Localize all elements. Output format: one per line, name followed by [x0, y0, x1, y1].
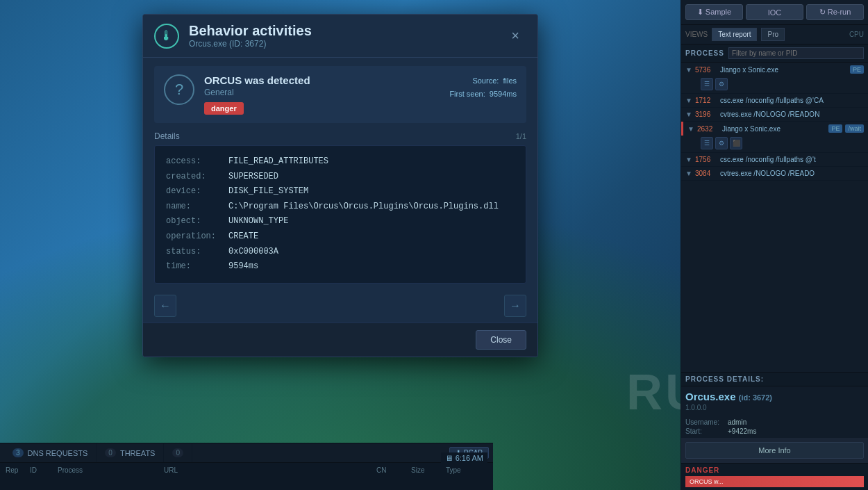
detail-row: device:DISK_FILE_SYSTEM: [166, 184, 515, 199]
proc-name: csc.exe /noconfig /fullpaths @'CA: [720, 97, 864, 104]
detail-row: name:C:\Program Files\Orcus\Orcus.Plugin…: [166, 199, 515, 215]
threats-label: THREATS: [120, 449, 156, 457]
dns-requests-tab[interactable]: 3 DNS REQUESTS: [4, 443, 97, 462]
process-details-header: PROCESS DETAILS:: [681, 372, 868, 386]
process-list-item[interactable]: ▼ 3084 cvtres.exe /NOLOGO /READO: [681, 167, 868, 181]
bottom-tabs: 3 DNS REQUESTS 0 THREATS 0 ⬇ PCAP: [0, 443, 493, 463]
dialog-title-text: Behavior activities Orcus.exe (ID: 3672): [189, 23, 504, 49]
danger-section-label: DANGER: [685, 466, 864, 474]
proc-name: Jiango x Sonic.exe: [720, 66, 847, 74]
danger-badge: danger: [204, 102, 244, 115]
table-header: Rep ID Process URL CN Size Type: [0, 463, 493, 477]
views-bar: VIEWS Text report Pro CPU: [681, 25, 868, 44]
threats-tab[interactable]: 0 THREATS: [97, 443, 164, 462]
start-val: +9422ms: [728, 427, 756, 435]
username-label: Username:: [685, 418, 724, 426]
process-section-label: PROCESS: [685, 49, 724, 57]
clock: 🖥 6:16 AM: [441, 452, 487, 464]
proc-header: ▼ 1756 csc.exe /noconfig /fullpaths @'t: [681, 153, 868, 166]
proc-badge: PE: [828, 124, 842, 133]
proc-expand-arrow[interactable]: ▼: [685, 97, 692, 104]
close-dialog-button[interactable]: Close: [476, 330, 526, 350]
proc-icon-btn[interactable]: ⚙: [715, 78, 728, 90]
col-cn: CN: [376, 466, 411, 474]
process-detail: Orcus.exe (id: 3672) 1.0.0.0: [681, 386, 868, 416]
process-list-item[interactable]: ▼ 1712 csc.exe /noconfig /fullpaths @'CA: [681, 94, 868, 108]
process-list-item[interactable]: ▼ 1756 csc.exe /noconfig /fullpaths @'t: [681, 153, 868, 167]
proc-expand-arrow[interactable]: ▼: [685, 111, 692, 118]
detection-name: ORCUS was detected: [204, 74, 440, 86]
detail-proc-name: Orcus.exe (id: 3672): [685, 391, 864, 402]
proc-icon-btn[interactable]: ⬛: [730, 137, 742, 149]
detail-row: object:UNKNOWN_TYPE: [166, 214, 515, 229]
proc-icon-btn[interactable]: ⚙: [715, 137, 728, 149]
ioc-button[interactable]: IOC: [746, 4, 803, 20]
source-val: files: [503, 76, 517, 85]
detail-key: time:: [166, 259, 228, 275]
detail-val: SUPERSEDED: [228, 170, 278, 185]
details-pagination: 1/1: [516, 132, 526, 140]
text-report-tab[interactable]: Text report: [712, 28, 757, 41]
next-button[interactable]: →: [504, 295, 526, 317]
main-layout: 🌡 Behavior activities Orcus.exe (ID: 367…: [0, 0, 868, 490]
pro-tab[interactable]: Pro: [761, 28, 785, 41]
dialog-title-main: Behavior activities: [189, 23, 504, 39]
details-section: Details 1/1 access:FILE_READ_ATTRIBUTESc…: [154, 131, 526, 284]
proc-icon-btn[interactable]: ☰: [701, 78, 713, 90]
prev-button[interactable]: ←: [154, 295, 176, 317]
detail-proc-id: (id: 3672): [739, 393, 772, 402]
more-info-button[interactable]: More Info: [685, 442, 864, 459]
proc-name: cvtres.exe /NOLOGO /READO: [720, 170, 864, 177]
proc-id: 1756: [695, 156, 717, 163]
detection-info: ORCUS was detected General danger: [204, 74, 440, 115]
process-meta: Username: admin Start: +9422ms: [681, 416, 868, 438]
dialog-close-button[interactable]: ×: [504, 25, 526, 47]
rerun-button[interactable]: ↻ Re-run: [806, 4, 864, 20]
detail-val: FILE_READ_ATTRIBUTES: [228, 154, 328, 170]
start-row: Start: +9422ms: [685, 427, 864, 435]
sample-button[interactable]: ⬇ Sample: [685, 4, 743, 20]
views-label: VIEWS: [685, 31, 708, 38]
proc-id: 1712: [695, 97, 717, 104]
proc-icons: ☰⚙: [681, 76, 868, 93]
detail-row: access:FILE_READ_ATTRIBUTES: [166, 154, 515, 170]
extra-tab[interactable]: 0: [164, 443, 192, 462]
process-filter-input[interactable]: [728, 47, 864, 59]
clock-icon: 🖥: [445, 454, 453, 462]
proc-icon-btn[interactable]: ☰: [701, 137, 713, 149]
process-list-item[interactable]: ▼ 3196 cvtres.exe /NOLOGO /READON: [681, 108, 868, 122]
extra-count: 0: [172, 448, 183, 457]
details-content: access:FILE_READ_ATTRIBUTEScreated:SUPER…: [154, 145, 526, 284]
right-panel: ⬇ Sample IOC ↻ Re-run VIEWS Text report …: [681, 0, 868, 490]
process-list: ▼ 5736 Jiango x Sonic.exe PE ☰⚙ ▼ 1712 c…: [681, 63, 868, 372]
detail-key: access:: [166, 154, 228, 170]
proc-expand-arrow[interactable]: ▼: [685, 170, 692, 177]
proc-name: csc.exe /noconfig /fullpaths @'t: [720, 156, 864, 163]
process-list-item[interactable]: ▼ 5736 Jiango x Sonic.exe PE ☰⚙: [681, 63, 868, 94]
left-area: 🌡 Behavior activities Orcus.exe (ID: 367…: [0, 0, 681, 490]
detail-row: status:0xC000003A: [166, 245, 515, 260]
proc-header: ▼ 5736 Jiango x Sonic.exe PE: [681, 63, 868, 76]
threats-count: 0: [105, 448, 116, 457]
detail-key: operation:: [166, 229, 228, 245]
col-rep: Rep: [6, 466, 30, 474]
source-label: Source:: [472, 76, 499, 85]
col-url: URL: [164, 466, 376, 474]
detail-key: object:: [166, 214, 228, 229]
col-id: ID: [30, 466, 58, 474]
detail-proc-ver: 1.0.0.0: [685, 404, 864, 411]
detection-card: ? ORCUS was detected General danger Sour…: [154, 66, 526, 123]
dialog-navigation: ← →: [143, 289, 537, 322]
process-list-item[interactable]: ▼ 2632 Jiango x Sonic.exe PE/wait ☰⚙⬛: [681, 122, 868, 153]
proc-expand-arrow[interactable]: ▼: [687, 125, 694, 133]
proc-expand-arrow[interactable]: ▼: [685, 156, 692, 163]
first-seen-label: First seen:: [449, 90, 485, 98]
first-seen-row: First seen: 9594ms: [449, 88, 517, 101]
proc-id: 3084: [695, 170, 717, 177]
col-type: Type: [446, 466, 487, 474]
detail-key: status:: [166, 245, 228, 260]
detail-val: UNKNOWN_TYPE: [228, 214, 288, 229]
process-section-header: PROCESS: [681, 44, 868, 63]
proc-expand-arrow[interactable]: ▼: [685, 66, 692, 74]
proc-icons: ☰⚙⬛: [681, 136, 868, 152]
